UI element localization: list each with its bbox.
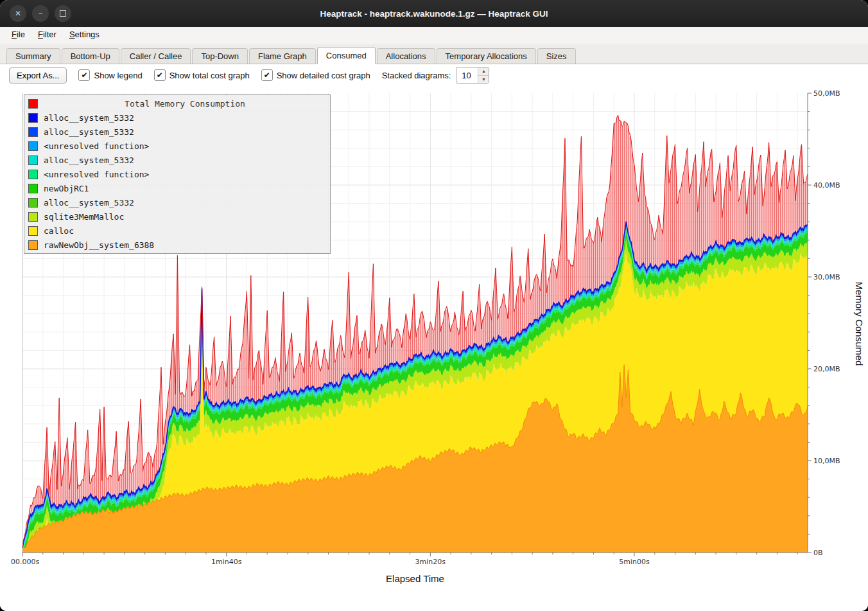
legend-label: <unresolved function> bbox=[44, 141, 149, 151]
checkbox-label: Show detailed cost graph bbox=[277, 71, 370, 80]
y-tick-label: 50,0MB bbox=[813, 89, 840, 98]
x-tick-label: 1min40s bbox=[211, 558, 242, 566]
legend-label: alloc__system_5332 bbox=[44, 113, 134, 123]
tab-top-down[interactable]: Top-Down bbox=[192, 48, 248, 64]
legend-label: <unresolved function> bbox=[44, 170, 149, 179]
legend-swatch bbox=[28, 141, 38, 151]
legend-title-row: Total Memory Consumption bbox=[27, 96, 327, 111]
checkbox-show-total-cost-graph[interactable]: ✔Show total cost graph bbox=[154, 69, 250, 81]
legend-entry: rawNewObj__system_6388 bbox=[27, 238, 327, 252]
legend-label: calloc bbox=[44, 226, 74, 236]
titlebar[interactable]: ✕ − Heaptrack - heaptrack.wakunode.1.gz … bbox=[0, 0, 868, 27]
legend-swatch bbox=[28, 240, 38, 250]
minimize-icon: − bbox=[38, 10, 42, 17]
legend-label: rawNewObj__system_6388 bbox=[44, 240, 154, 250]
export-as-button[interactable]: Export As... bbox=[9, 67, 67, 84]
y-tick-label: 30,0MB bbox=[813, 273, 840, 281]
tab-sizes[interactable]: Sizes bbox=[537, 48, 576, 64]
toolbar-checkboxes: ✔Show legend✔Show total cost graph✔Show … bbox=[78, 69, 370, 81]
y-tick-label: 10,0MB bbox=[813, 457, 840, 465]
legend-label: alloc__system_5332 bbox=[44, 198, 134, 208]
y-tick-label: 0B bbox=[813, 549, 823, 557]
legend-entry: <unresolved function> bbox=[27, 139, 327, 153]
legend-entry: alloc__system_5332 bbox=[27, 153, 327, 167]
x-tick-label: 3min20s bbox=[415, 558, 446, 566]
stacked-diagrams-value[interactable]: 10 bbox=[456, 67, 478, 83]
y-tick-label: 40,0MB bbox=[813, 181, 840, 190]
menubar: FileFilterSettings bbox=[0, 27, 868, 44]
window-title: Heaptrack - heaptrack.wakunode.1.gz — He… bbox=[0, 9, 868, 19]
legend-label: sqlite3MemMalloc bbox=[44, 212, 124, 222]
legend-entry: newObjRC1 bbox=[27, 181, 327, 195]
legend-swatch bbox=[28, 198, 38, 208]
y-tick-label: 20,0MB bbox=[813, 365, 840, 373]
tab-temporary-allocations[interactable]: Temporary Allocations bbox=[437, 48, 536, 64]
legend-swatch bbox=[28, 170, 38, 179]
legend-swatch bbox=[28, 127, 38, 137]
stepper-up-button[interactable]: ▲ bbox=[478, 67, 489, 76]
total-memory-swatch bbox=[28, 99, 38, 109]
checkbox-show-legend[interactable]: ✔Show legend bbox=[78, 69, 142, 81]
tab-consumed[interactable]: Consumed bbox=[317, 47, 376, 64]
chart-area: 00.000s1min40s3min20s5min00s0B10,0MB20,0… bbox=[0, 86, 868, 611]
legend-swatch bbox=[28, 155, 38, 165]
chart-legend: Total Memory Consumption alloc__system_5… bbox=[24, 94, 331, 254]
toolbar: Export As... ✔Show legend✔Show total cos… bbox=[0, 64, 868, 86]
checkbox-label: Show total cost graph bbox=[169, 71, 250, 80]
legend-swatch bbox=[28, 226, 38, 236]
stepper-down-button[interactable]: ▼ bbox=[478, 76, 489, 84]
tab-allocations[interactable]: Allocations bbox=[377, 48, 435, 64]
minimize-button[interactable]: − bbox=[32, 5, 49, 22]
checkbox-label: Show legend bbox=[94, 71, 142, 80]
maximize-icon bbox=[60, 10, 66, 17]
stacked-diagrams-stepper[interactable]: 10 ▲ ▼ bbox=[456, 67, 489, 84]
chevron-up-icon: ▲ bbox=[482, 69, 486, 73]
legend-entry: alloc__system_5332 bbox=[27, 125, 327, 139]
tabbar: SummaryBottom-UpCaller / CalleeTop-DownF… bbox=[0, 44, 868, 64]
legend-swatch bbox=[28, 184, 38, 193]
close-icon: ✕ bbox=[15, 10, 21, 17]
legend-entry: sqlite3MemMalloc bbox=[27, 209, 327, 224]
menu-item-file[interactable]: File bbox=[5, 27, 31, 44]
tab-flame-graph[interactable]: Flame Graph bbox=[249, 48, 316, 64]
stepper-buttons: ▲ ▼ bbox=[478, 67, 489, 83]
tab-summary[interactable]: Summary bbox=[6, 48, 60, 64]
y-axis-title: Memory Consumed bbox=[854, 282, 865, 366]
legend-entry: calloc bbox=[27, 224, 327, 238]
legend-title: Total Memory Consumption bbox=[44, 99, 326, 109]
x-tick-label: 00.000s bbox=[11, 558, 39, 566]
legend-label: alloc__system_5332 bbox=[44, 155, 134, 165]
menu-item-settings[interactable]: Settings bbox=[63, 27, 106, 44]
chevron-down-icon: ▼ bbox=[482, 77, 486, 82]
legend-entries: alloc__system_5332alloc__system_5332<unr… bbox=[27, 111, 327, 252]
heaptrack-window: ✕ − Heaptrack - heaptrack.wakunode.1.gz … bbox=[0, 0, 868, 611]
checkmark-icon: ✔ bbox=[78, 69, 90, 81]
x-axis-title: Elapsed Time bbox=[386, 573, 444, 584]
checkmark-icon: ✔ bbox=[154, 69, 166, 81]
menu-item-filter[interactable]: Filter bbox=[31, 27, 63, 44]
stacked-diagrams-group: Stacked diagrams: 10 ▲ ▼ bbox=[382, 67, 490, 84]
checkmark-icon: ✔ bbox=[261, 69, 273, 81]
x-tick-label: 5min00s bbox=[619, 558, 650, 566]
tab-caller-callee[interactable]: Caller / Callee bbox=[121, 48, 191, 64]
legend-entry: alloc__system_5332 bbox=[27, 111, 327, 125]
close-button[interactable]: ✕ bbox=[10, 5, 26, 22]
legend-swatch bbox=[28, 212, 38, 222]
legend-entry: alloc__system_5332 bbox=[27, 195, 327, 209]
window-controls: ✕ − bbox=[10, 5, 71, 22]
legend-label: alloc__system_5332 bbox=[44, 127, 134, 137]
stacked-diagrams-label: Stacked diagrams: bbox=[382, 71, 451, 80]
tab-bottom-up[interactable]: Bottom-Up bbox=[62, 48, 119, 64]
legend-entry: <unresolved function> bbox=[27, 167, 327, 181]
checkbox-show-detailed-cost-graph[interactable]: ✔Show detailed cost graph bbox=[261, 69, 370, 81]
legend-swatch bbox=[28, 113, 38, 123]
legend-label: newObjRC1 bbox=[44, 184, 89, 193]
maximize-button[interactable] bbox=[55, 5, 71, 22]
